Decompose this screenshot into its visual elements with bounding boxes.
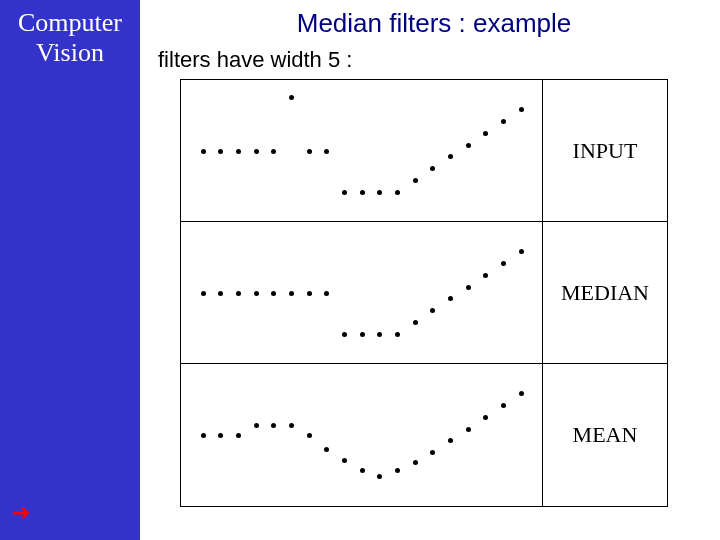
data-point bbox=[271, 149, 276, 154]
data-point bbox=[430, 166, 435, 171]
data-point bbox=[289, 95, 294, 100]
data-point bbox=[377, 190, 382, 195]
plot-median bbox=[181, 222, 543, 363]
data-point bbox=[342, 332, 347, 337]
data-point bbox=[254, 423, 259, 428]
data-point bbox=[307, 291, 312, 296]
panel-median: MEDIAN bbox=[181, 222, 667, 364]
data-point bbox=[218, 149, 223, 154]
panel-mean: MEAN bbox=[181, 364, 667, 506]
sidebar: Computer Vision ➔ bbox=[0, 0, 140, 540]
data-point bbox=[483, 273, 488, 278]
data-point bbox=[307, 433, 312, 438]
data-point bbox=[430, 450, 435, 455]
data-point bbox=[271, 423, 276, 428]
data-point bbox=[448, 154, 453, 159]
data-point bbox=[519, 391, 524, 396]
data-point bbox=[395, 190, 400, 195]
data-point bbox=[271, 291, 276, 296]
data-point bbox=[395, 332, 400, 337]
data-point bbox=[307, 149, 312, 154]
data-point bbox=[430, 308, 435, 313]
main-content: Median filters : example filters have wi… bbox=[140, 0, 720, 540]
sidebar-title-line1: Computer bbox=[18, 8, 122, 37]
data-point bbox=[201, 433, 206, 438]
data-point bbox=[201, 149, 206, 154]
plot-mean bbox=[181, 364, 543, 506]
data-point bbox=[377, 332, 382, 337]
data-point bbox=[324, 447, 329, 452]
data-point bbox=[519, 107, 524, 112]
data-point bbox=[218, 291, 223, 296]
slide-title: Median filters : example bbox=[158, 8, 710, 39]
panel-label: MEAN bbox=[543, 364, 667, 506]
data-point bbox=[501, 403, 506, 408]
sidebar-title: Computer Vision bbox=[0, 8, 140, 68]
figure: INPUT MEDIAN MEAN bbox=[180, 79, 668, 507]
data-point bbox=[289, 423, 294, 428]
data-point bbox=[360, 468, 365, 473]
arrow-right-icon: ➔ bbox=[12, 500, 30, 526]
data-point bbox=[254, 149, 259, 154]
data-point bbox=[466, 143, 471, 148]
data-point bbox=[360, 190, 365, 195]
data-point bbox=[236, 291, 241, 296]
data-point bbox=[483, 131, 488, 136]
data-point bbox=[501, 119, 506, 124]
data-point bbox=[448, 438, 453, 443]
data-point bbox=[324, 291, 329, 296]
panel-input: INPUT bbox=[181, 80, 667, 222]
data-point bbox=[236, 149, 241, 154]
data-point bbox=[360, 332, 365, 337]
data-point bbox=[289, 291, 294, 296]
slide-subtitle: filters have width 5 : bbox=[158, 47, 710, 73]
plot-input bbox=[181, 80, 543, 221]
panel-label: INPUT bbox=[543, 80, 667, 221]
data-point bbox=[413, 320, 418, 325]
data-point bbox=[201, 291, 206, 296]
data-point bbox=[377, 474, 382, 479]
data-point bbox=[324, 149, 329, 154]
panel-label: MEDIAN bbox=[543, 222, 667, 363]
data-point bbox=[501, 261, 506, 266]
sidebar-title-line2: Vision bbox=[36, 38, 104, 67]
data-point bbox=[466, 285, 471, 290]
data-point bbox=[466, 427, 471, 432]
data-point bbox=[413, 460, 418, 465]
data-point bbox=[448, 296, 453, 301]
data-point bbox=[342, 458, 347, 463]
data-point bbox=[519, 249, 524, 254]
data-point bbox=[413, 178, 418, 183]
data-point bbox=[342, 190, 347, 195]
data-point bbox=[395, 468, 400, 473]
data-point bbox=[236, 433, 241, 438]
data-point bbox=[254, 291, 259, 296]
data-point bbox=[218, 433, 223, 438]
data-point bbox=[483, 415, 488, 420]
